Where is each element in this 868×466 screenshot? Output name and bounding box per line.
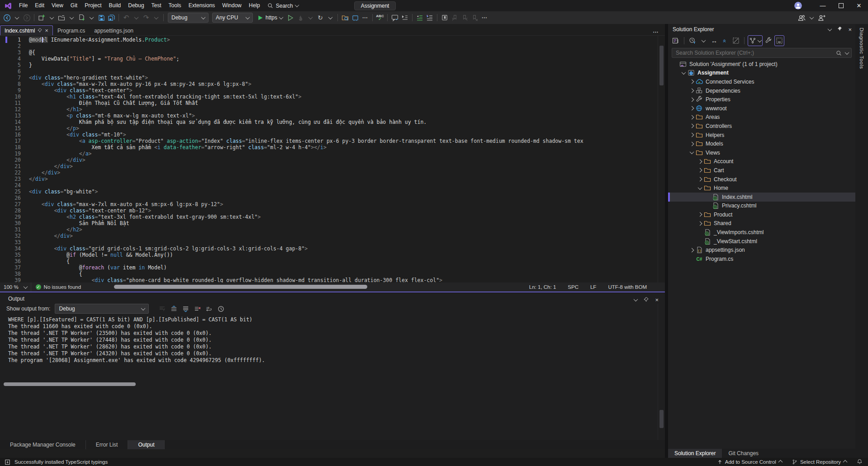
spell-checker-icon[interactable]: ABC✓ (375, 13, 385, 23)
chevron-down-icon[interactable] (47, 13, 57, 23)
collapse-all-icon[interactable]: « (720, 36, 730, 46)
menu-item-extensions[interactable]: Extensions (185, 0, 219, 11)
document-tab-index.cshtml[interactable]: Index.cshtml× (0, 25, 53, 35)
window-position-chevron-icon[interactable] (828, 27, 832, 31)
save-all-icon[interactable] (106, 13, 116, 23)
save-icon[interactable] (96, 13, 106, 23)
document-tab-program.cs[interactable]: Program.cs (53, 25, 90, 35)
properties-icon[interactable] (764, 36, 773, 46)
pin-icon[interactable] (644, 297, 649, 303)
tree-item-checkout[interactable]: Checkout (668, 175, 855, 184)
sync-with-active-document-icon[interactable]: ↔ (709, 36, 719, 46)
menu-item-help[interactable]: Help (245, 0, 264, 11)
menu-item-project[interactable]: Project (81, 0, 105, 11)
code-text-area[interactable]: 1@model IEnumerable<Assignment.Models.Pr… (0, 37, 658, 283)
solution-explorer-search[interactable] (672, 48, 852, 58)
add-new-item-icon[interactable] (76, 13, 86, 23)
menu-item-edit[interactable]: Edit (31, 0, 48, 11)
chevron-down-icon[interactable] (845, 50, 849, 55)
close-icon[interactable]: × (655, 297, 659, 303)
scrollbar-thumb[interactable] (659, 46, 664, 85)
tree-item-shared[interactable]: Shared (668, 219, 855, 228)
new-project-icon[interactable] (37, 13, 47, 23)
hot-reload-icon[interactable] (295, 13, 305, 23)
menu-item-tools[interactable]: Tools (165, 0, 185, 11)
scrollbar-thumb[interactable] (659, 410, 664, 428)
timestamp-icon[interactable] (216, 304, 226, 314)
panel-tab-git-changes[interactable]: Git Changes (722, 449, 765, 458)
tool-tab-package-manager-console[interactable]: Package Manager Console (0, 440, 86, 449)
next-bookmark-icon[interactable] (460, 13, 470, 23)
search-icon[interactable] (835, 50, 842, 56)
close-button[interactable]: ✕ (850, 0, 868, 11)
menu-item-git[interactable]: Git (67, 0, 81, 11)
live-share-icon[interactable] (797, 13, 806, 23)
chevron-down-icon[interactable] (151, 13, 161, 23)
chevron-down-icon[interactable] (131, 13, 141, 23)
decrease-indent-icon[interactable] (415, 13, 425, 23)
tree-item-assignment[interactable]: Assignment (668, 69, 855, 78)
solution-name-badge[interactable]: Assignment (354, 1, 396, 10)
pin-icon[interactable] (837, 26, 842, 33)
tree-item-dependencies[interactable]: Dependencies (668, 86, 855, 95)
tree-item--viewstart-cshtml[interactable]: @_ViewStart.cshtml (668, 237, 855, 246)
open-file-icon[interactable] (57, 13, 66, 23)
show-all-files-icon[interactable] (774, 35, 784, 46)
tree-item-privacy-cshtml[interactable]: @Privacy.cshtml (668, 202, 855, 211)
code-editor[interactable]: 1@model IEnumerable<Assignment.Models.Pr… (0, 35, 665, 283)
indentation-label[interactable]: SPC (568, 284, 579, 290)
clear-all-icon[interactable] (192, 304, 202, 314)
switch-views-icon[interactable] (671, 36, 681, 46)
tree-item-controllers[interactable]: Controllers (668, 122, 855, 131)
start-without-debugging-icon[interactable] (285, 13, 295, 23)
browse-with-icon[interactable] (340, 13, 350, 23)
tree-item-connected-services[interactable]: Connected Services (668, 77, 855, 86)
tree-item-models[interactable]: Models (668, 139, 855, 148)
close-icon[interactable]: × (848, 26, 852, 33)
send-feedback-icon[interactable] (816, 13, 826, 23)
tree-item-account[interactable]: Account (668, 157, 855, 166)
document-tab-appsettings.json[interactable]: appsettings.json (90, 25, 138, 35)
chevron-down-icon[interactable] (806, 13, 816, 23)
notifications-bell-icon[interactable] (857, 459, 863, 466)
clear-bookmarks-icon[interactable] (470, 13, 479, 23)
track-active-item-icon[interactable] (748, 35, 763, 46)
output-vertical-scrollbar[interactable] (658, 304, 665, 440)
menu-item-build[interactable]: Build (105, 0, 125, 11)
redo-icon[interactable]: ↷ (141, 13, 151, 23)
iis-express-icon[interactable] (350, 13, 360, 23)
panel-splitter[interactable] (665, 24, 668, 458)
tool-tab-error-list[interactable]: Error List (86, 440, 128, 449)
search-input[interactable] (675, 49, 832, 56)
next-message-icon[interactable] (180, 304, 190, 314)
tree-item-solution-assignment-1-of-1-project-[interactable]: Solution 'Assignment' (1 of 1 project) (668, 60, 855, 69)
menu-item-test[interactable]: Test (148, 0, 165, 11)
tree-item-properties[interactable]: Properties (668, 95, 855, 104)
increase-indent-icon[interactable]: 9 (425, 13, 435, 23)
add-to-source-control-button[interactable]: Add to Source Control (717, 459, 782, 465)
navigate-forward-icon[interactable] (22, 13, 32, 23)
chevron-down-icon[interactable] (305, 13, 315, 23)
menu-item-window[interactable]: Window (218, 0, 245, 11)
previous-bookmark-icon[interactable] (450, 13, 460, 23)
tree-item-areas[interactable]: Areas (668, 113, 855, 122)
encoding-label[interactable]: UTF-8 with BOM (608, 284, 647, 290)
minimize-button[interactable]: — (814, 0, 832, 11)
user-avatar[interactable] (794, 2, 802, 9)
window-position-chevron-icon[interactable] (634, 297, 638, 301)
diagnostic-tools-tab[interactable]: Diagnostic Tools (859, 28, 864, 69)
navigate-to-icon[interactable] (400, 13, 410, 23)
previous-message-icon[interactable] (169, 304, 179, 314)
solution-configuration-dropdown[interactable]: Debug (168, 13, 209, 23)
output-horizontal-scrollbar[interactable] (4, 382, 136, 386)
cursor-position-label[interactable]: Ln: 1, Ch: 1 (529, 284, 556, 290)
word-wrap-icon[interactable]: ab (204, 304, 214, 314)
undo-icon[interactable]: ↶ (121, 13, 131, 23)
zoom-level-dropdown[interactable]: 100 % (0, 282, 31, 292)
tree-item-product[interactable]: Product (668, 210, 855, 219)
tree-item-index-cshtml[interactable]: @Index.cshtml (668, 193, 855, 202)
more-options-icon[interactable]: ⋯ (479, 13, 489, 23)
menu-item-file[interactable]: File (15, 0, 31, 11)
toggle-bookmark-icon[interactable] (440, 13, 450, 23)
tree-item-appsettings-json[interactable]: {}appsettings.json (668, 245, 855, 254)
